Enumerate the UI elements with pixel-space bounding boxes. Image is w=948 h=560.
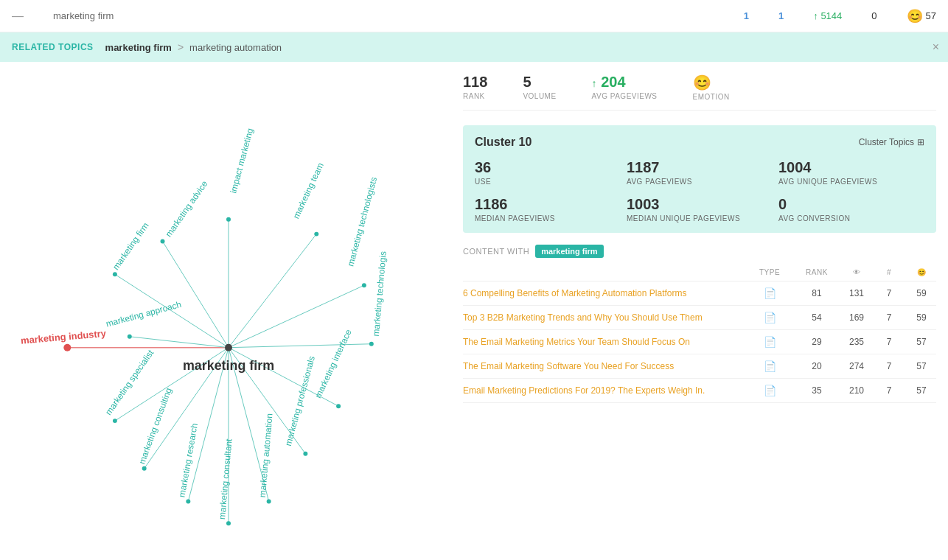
svg-line-7	[229, 344, 372, 348]
cluster-header: Cluster 10 Cluster Topics ⊞	[475, 136, 924, 149]
cluster-stat-avg-conv: 0 AVG CONVERSION	[778, 196, 924, 223]
svg-point-26	[267, 499, 271, 503]
top-bar: — marketing firm 1 1 ↑ 5144 0 😊 57	[0, 0, 948, 32]
node-label-marketing-technologists: marketing technologists	[345, 176, 379, 267]
hash-4: 7	[874, 361, 904, 371]
cluster-avg-conv-value: 0	[778, 196, 924, 213]
cluster-stat-avg-upv: 1004 AVG UNIQUE PAGEVIEWS	[778, 159, 924, 186]
svg-point-24	[336, 404, 341, 408]
cluster-med-pv-label: MEDIAN PAGEVIEWS	[475, 214, 621, 223]
svg-point-20	[128, 335, 132, 339]
related-topics-label: RELATED TOPICS	[12, 42, 94, 52]
table-row: Email Marketing Predictions For 2019? Th…	[463, 379, 936, 403]
emotion-score: 57	[926, 10, 936, 21]
views-2: 169	[842, 312, 871, 323]
avg-pageviews-value: ↑ 204	[592, 74, 658, 91]
cluster-topics-button[interactable]: Cluster Topics ⊞	[859, 137, 924, 147]
cluster-stat-use: 36 USE	[475, 159, 621, 186]
doc-icon-1: 📄	[747, 287, 792, 299]
hash-5: 7	[874, 385, 904, 396]
stat-4: 0	[871, 10, 876, 21]
col-header-rank: RANK	[795, 268, 839, 276]
rank-value: 118	[463, 74, 487, 91]
network-graph-panel: marketing firm marketing industry impact…	[0, 62, 457, 560]
breadcrumb-marketing-firm[interactable]: marketing firm	[105, 42, 172, 53]
svg-point-22	[362, 283, 366, 287]
main-content: marketing firm marketing industry impact…	[0, 62, 948, 560]
node-label-marketing-advice: marketing advice	[163, 178, 209, 239]
cluster-stat-avg-pv: 1187 AVG PAGEVIEWS	[627, 159, 773, 186]
grid-icon: ⊞	[917, 137, 924, 147]
row-title-2[interactable]: Top 3 B2B Marketing Trends and Why You S…	[463, 312, 745, 323]
col-header-type: TYPE	[747, 268, 792, 276]
emotion-icon-main: 😊	[693, 74, 730, 91]
cluster-avg-upv-value: 1004	[778, 159, 924, 176]
cluster-box: Cluster 10 Cluster Topics ⊞ 36 USE 1187 …	[463, 125, 936, 233]
emotion-1: 59	[907, 288, 936, 298]
volume-label: VOLUME	[523, 92, 556, 100]
rank-2: 54	[795, 312, 839, 323]
content-with-label: CONTENT WITH	[463, 247, 529, 256]
stat-1: 1	[744, 10, 749, 21]
close-button[interactable]: ×	[933, 41, 939, 54]
breadcrumb-marketing-automation: marketing automation	[189, 42, 282, 53]
breadcrumb-bar: RELATED TOPICS marketing firm > marketin…	[0, 32, 948, 62]
col-header-views: 👁	[842, 268, 871, 276]
views-5: 210	[842, 385, 871, 396]
svg-point-27	[226, 521, 231, 525]
stats-row: 118 RANK 5 VOLUME ↑ 204 AVG PAGEVIEWS 😊 …	[463, 74, 936, 111]
table-row: Top 3 B2B Marketing Trends and Why You S…	[463, 306, 936, 330]
hash-2: 7	[874, 312, 904, 323]
center-node-label: marketing firm	[183, 358, 274, 373]
views-3: 235	[842, 337, 871, 347]
arrow-up-icon: ↑	[592, 77, 597, 89]
cluster-avg-upv-label: AVG UNIQUE PAGEVIEWS	[778, 178, 924, 186]
doc-icon-5: 📄	[747, 385, 792, 396]
cluster-stat-med-pv: 1186 MEDIAN PAGEVIEWS	[475, 196, 621, 223]
right-panel: 118 RANK 5 VOLUME ↑ 204 AVG PAGEVIEWS 😊 …	[457, 62, 948, 560]
dash-icon: —	[12, 10, 24, 23]
cluster-med-upv-label: MEDIAN UNIQUE PAGEVIEWS	[627, 214, 773, 223]
views-1: 131	[842, 288, 871, 298]
stat-3: ↑ 5144	[813, 10, 842, 21]
svg-point-15	[225, 344, 232, 351]
col-header-hash: #	[874, 268, 904, 276]
emotion-label: EMOTION	[693, 93, 730, 101]
node-label-marketing-approach: marketing approach	[105, 299, 182, 329]
stat-avg-pageviews: ↑ 204 AVG PAGEVIEWS	[592, 74, 658, 100]
rank-4: 20	[795, 361, 839, 371]
top-bar-title: marketing firm	[53, 10, 714, 21]
svg-point-30	[113, 419, 117, 423]
volume-value: 5	[523, 74, 556, 91]
svg-line-5	[229, 234, 316, 348]
row-title-5[interactable]: Email Marketing Predictions For 2019? Th…	[463, 385, 745, 396]
svg-point-23	[369, 342, 374, 346]
svg-point-28	[186, 499, 190, 503]
node-label-marketing-team: marketing team	[290, 161, 325, 220]
stat-volume: 5 VOLUME	[523, 74, 556, 100]
node-label-marketing-specialist: marketing specialist	[103, 348, 156, 417]
emotion-icon: 😊	[907, 8, 923, 24]
row-title-4[interactable]: The Email Marketing Software You Need Fo…	[463, 361, 745, 371]
stat-emotion: 😊 EMOTION	[693, 74, 730, 101]
row-title-3[interactable]: The Email Marketing Metrics Your Team Sh…	[463, 337, 745, 347]
emotion-4: 57	[907, 361, 936, 371]
doc-icon-4: 📄	[747, 360, 792, 372]
highlighted-node-label: marketing industry	[20, 328, 107, 346]
arrow-up-icon: ↑	[813, 10, 818, 21]
svg-line-2	[163, 242, 229, 348]
node-label-marketing-research: marketing research	[177, 422, 200, 498]
cluster-avg-conv-label: AVG CONVERSION	[778, 214, 924, 223]
table-row: The Email Marketing Metrics Your Team Sh…	[463, 330, 936, 354]
col-header-title	[463, 268, 745, 276]
svg-point-18	[161, 239, 165, 244]
svg-point-17	[226, 217, 231, 222]
col-header-emotion: 😊	[907, 268, 936, 276]
rank-5: 35	[795, 385, 839, 396]
svg-point-16	[63, 344, 71, 351]
content-table-section: CONTENT WITH marketing firm TYPE RANK 👁 …	[463, 245, 936, 403]
cluster-med-upv-value: 1003	[627, 196, 773, 213]
row-title-1[interactable]: 6 Compelling Benefits of Marketing Autom…	[463, 288, 745, 298]
hash-3: 7	[874, 337, 904, 347]
rank-3: 29	[795, 337, 839, 347]
